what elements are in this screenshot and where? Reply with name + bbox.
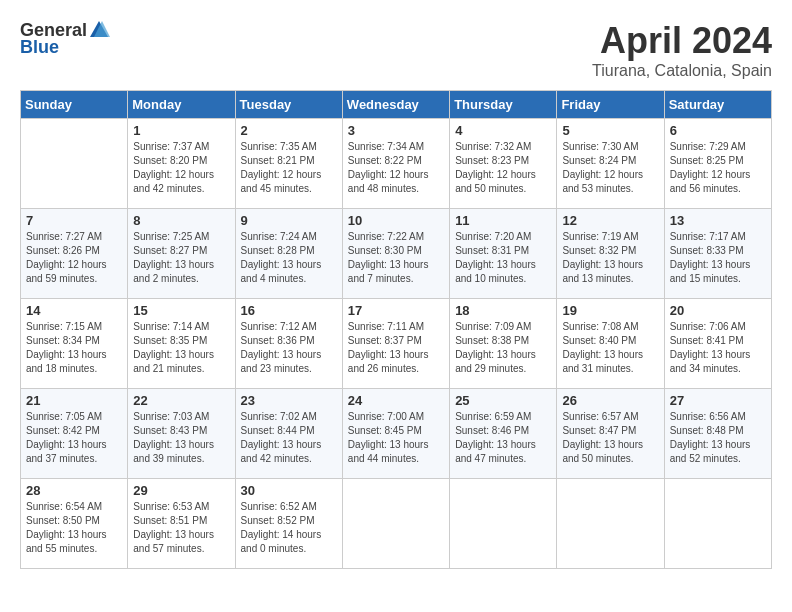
- calendar-day-cell: 27Sunrise: 6:56 AM Sunset: 8:48 PM Dayli…: [664, 389, 771, 479]
- day-info: Sunrise: 7:32 AM Sunset: 8:23 PM Dayligh…: [455, 140, 551, 196]
- calendar-day-cell: 28Sunrise: 6:54 AM Sunset: 8:50 PM Dayli…: [21, 479, 128, 569]
- day-number: 28: [26, 483, 122, 498]
- day-info: Sunrise: 7:34 AM Sunset: 8:22 PM Dayligh…: [348, 140, 444, 196]
- day-info: Sunrise: 6:54 AM Sunset: 8:50 PM Dayligh…: [26, 500, 122, 556]
- calendar-day-cell: 16Sunrise: 7:12 AM Sunset: 8:36 PM Dayli…: [235, 299, 342, 389]
- calendar-day-cell: [342, 479, 449, 569]
- page-subtitle: Tiurana, Catalonia, Spain: [592, 62, 772, 80]
- title-area: April 2024 Tiurana, Catalonia, Spain: [592, 20, 772, 80]
- day-number: 22: [133, 393, 229, 408]
- day-info: Sunrise: 7:37 AM Sunset: 8:20 PM Dayligh…: [133, 140, 229, 196]
- calendar-day-cell: 12Sunrise: 7:19 AM Sunset: 8:32 PM Dayli…: [557, 209, 664, 299]
- day-info: Sunrise: 7:27 AM Sunset: 8:26 PM Dayligh…: [26, 230, 122, 286]
- weekday-header-row: SundayMondayTuesdayWednesdayThursdayFrid…: [21, 91, 772, 119]
- calendar-body: 1Sunrise: 7:37 AM Sunset: 8:20 PM Daylig…: [21, 119, 772, 569]
- calendar-day-cell: 24Sunrise: 7:00 AM Sunset: 8:45 PM Dayli…: [342, 389, 449, 479]
- calendar-week-row: 14Sunrise: 7:15 AM Sunset: 8:34 PM Dayli…: [21, 299, 772, 389]
- calendar-week-row: 28Sunrise: 6:54 AM Sunset: 8:50 PM Dayli…: [21, 479, 772, 569]
- day-info: Sunrise: 7:14 AM Sunset: 8:35 PM Dayligh…: [133, 320, 229, 376]
- calendar-day-cell: 30Sunrise: 6:52 AM Sunset: 8:52 PM Dayli…: [235, 479, 342, 569]
- calendar-day-cell: 22Sunrise: 7:03 AM Sunset: 8:43 PM Dayli…: [128, 389, 235, 479]
- weekday-header-cell: Thursday: [450, 91, 557, 119]
- day-number: 7: [26, 213, 122, 228]
- day-info: Sunrise: 7:25 AM Sunset: 8:27 PM Dayligh…: [133, 230, 229, 286]
- calendar-day-cell: 4Sunrise: 7:32 AM Sunset: 8:23 PM Daylig…: [450, 119, 557, 209]
- day-number: 3: [348, 123, 444, 138]
- header: General Blue April 2024 Tiurana, Catalon…: [20, 20, 772, 80]
- day-info: Sunrise: 6:57 AM Sunset: 8:47 PM Dayligh…: [562, 410, 658, 466]
- day-number: 23: [241, 393, 337, 408]
- calendar-day-cell: 19Sunrise: 7:08 AM Sunset: 8:40 PM Dayli…: [557, 299, 664, 389]
- calendar-day-cell: 17Sunrise: 7:11 AM Sunset: 8:37 PM Dayli…: [342, 299, 449, 389]
- weekday-header-cell: Sunday: [21, 91, 128, 119]
- weekday-header-cell: Tuesday: [235, 91, 342, 119]
- day-number: 17: [348, 303, 444, 318]
- day-info: Sunrise: 7:30 AM Sunset: 8:24 PM Dayligh…: [562, 140, 658, 196]
- calendar-day-cell: 26Sunrise: 6:57 AM Sunset: 8:47 PM Dayli…: [557, 389, 664, 479]
- calendar-day-cell: 6Sunrise: 7:29 AM Sunset: 8:25 PM Daylig…: [664, 119, 771, 209]
- calendar-day-cell: 20Sunrise: 7:06 AM Sunset: 8:41 PM Dayli…: [664, 299, 771, 389]
- day-info: Sunrise: 7:12 AM Sunset: 8:36 PM Dayligh…: [241, 320, 337, 376]
- page-title: April 2024: [592, 20, 772, 62]
- day-number: 2: [241, 123, 337, 138]
- day-number: 5: [562, 123, 658, 138]
- calendar-day-cell: 11Sunrise: 7:20 AM Sunset: 8:31 PM Dayli…: [450, 209, 557, 299]
- calendar-day-cell: 15Sunrise: 7:14 AM Sunset: 8:35 PM Dayli…: [128, 299, 235, 389]
- calendar-day-cell: 2Sunrise: 7:35 AM Sunset: 8:21 PM Daylig…: [235, 119, 342, 209]
- day-number: 14: [26, 303, 122, 318]
- day-info: Sunrise: 6:53 AM Sunset: 8:51 PM Dayligh…: [133, 500, 229, 556]
- day-info: Sunrise: 6:59 AM Sunset: 8:46 PM Dayligh…: [455, 410, 551, 466]
- calendar-day-cell: 23Sunrise: 7:02 AM Sunset: 8:44 PM Dayli…: [235, 389, 342, 479]
- day-info: Sunrise: 6:56 AM Sunset: 8:48 PM Dayligh…: [670, 410, 766, 466]
- weekday-header-cell: Wednesday: [342, 91, 449, 119]
- calendar-day-cell: 7Sunrise: 7:27 AM Sunset: 8:26 PM Daylig…: [21, 209, 128, 299]
- calendar-day-cell: [21, 119, 128, 209]
- day-number: 10: [348, 213, 444, 228]
- calendar-week-row: 21Sunrise: 7:05 AM Sunset: 8:42 PM Dayli…: [21, 389, 772, 479]
- calendar-day-cell: 29Sunrise: 6:53 AM Sunset: 8:51 PM Dayli…: [128, 479, 235, 569]
- logo-blue-text: Blue: [20, 37, 59, 58]
- day-number: 20: [670, 303, 766, 318]
- calendar-day-cell: 13Sunrise: 7:17 AM Sunset: 8:33 PM Dayli…: [664, 209, 771, 299]
- calendar-day-cell: 3Sunrise: 7:34 AM Sunset: 8:22 PM Daylig…: [342, 119, 449, 209]
- day-info: Sunrise: 7:15 AM Sunset: 8:34 PM Dayligh…: [26, 320, 122, 376]
- day-number: 8: [133, 213, 229, 228]
- day-number: 13: [670, 213, 766, 228]
- calendar-day-cell: [557, 479, 664, 569]
- day-info: Sunrise: 7:19 AM Sunset: 8:32 PM Dayligh…: [562, 230, 658, 286]
- day-info: Sunrise: 7:24 AM Sunset: 8:28 PM Dayligh…: [241, 230, 337, 286]
- day-info: Sunrise: 7:17 AM Sunset: 8:33 PM Dayligh…: [670, 230, 766, 286]
- calendar-week-row: 7Sunrise: 7:27 AM Sunset: 8:26 PM Daylig…: [21, 209, 772, 299]
- logo-icon: [88, 19, 110, 41]
- day-info: Sunrise: 7:20 AM Sunset: 8:31 PM Dayligh…: [455, 230, 551, 286]
- day-number: 12: [562, 213, 658, 228]
- day-info: Sunrise: 7:02 AM Sunset: 8:44 PM Dayligh…: [241, 410, 337, 466]
- calendar-day-cell: 9Sunrise: 7:24 AM Sunset: 8:28 PM Daylig…: [235, 209, 342, 299]
- day-number: 1: [133, 123, 229, 138]
- day-info: Sunrise: 7:11 AM Sunset: 8:37 PM Dayligh…: [348, 320, 444, 376]
- day-number: 4: [455, 123, 551, 138]
- day-info: Sunrise: 7:03 AM Sunset: 8:43 PM Dayligh…: [133, 410, 229, 466]
- day-info: Sunrise: 7:35 AM Sunset: 8:21 PM Dayligh…: [241, 140, 337, 196]
- calendar-day-cell: 25Sunrise: 6:59 AM Sunset: 8:46 PM Dayli…: [450, 389, 557, 479]
- calendar-day-cell: 8Sunrise: 7:25 AM Sunset: 8:27 PM Daylig…: [128, 209, 235, 299]
- day-info: Sunrise: 7:05 AM Sunset: 8:42 PM Dayligh…: [26, 410, 122, 466]
- calendar-day-cell: 14Sunrise: 7:15 AM Sunset: 8:34 PM Dayli…: [21, 299, 128, 389]
- day-number: 16: [241, 303, 337, 318]
- weekday-header-cell: Saturday: [664, 91, 771, 119]
- day-info: Sunrise: 7:29 AM Sunset: 8:25 PM Dayligh…: [670, 140, 766, 196]
- day-number: 27: [670, 393, 766, 408]
- day-number: 15: [133, 303, 229, 318]
- day-info: Sunrise: 7:08 AM Sunset: 8:40 PM Dayligh…: [562, 320, 658, 376]
- day-number: 18: [455, 303, 551, 318]
- day-info: Sunrise: 7:22 AM Sunset: 8:30 PM Dayligh…: [348, 230, 444, 286]
- logo: General Blue: [20, 20, 110, 58]
- calendar-day-cell: 18Sunrise: 7:09 AM Sunset: 8:38 PM Dayli…: [450, 299, 557, 389]
- calendar-day-cell: 1Sunrise: 7:37 AM Sunset: 8:20 PM Daylig…: [128, 119, 235, 209]
- calendar-table: SundayMondayTuesdayWednesdayThursdayFrid…: [20, 90, 772, 569]
- day-number: 29: [133, 483, 229, 498]
- weekday-header-cell: Friday: [557, 91, 664, 119]
- day-number: 11: [455, 213, 551, 228]
- day-number: 26: [562, 393, 658, 408]
- day-info: Sunrise: 7:00 AM Sunset: 8:45 PM Dayligh…: [348, 410, 444, 466]
